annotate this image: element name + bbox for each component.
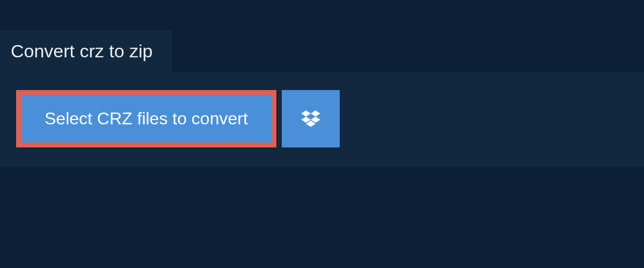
dropbox-button[interactable]: [282, 90, 340, 147]
button-group: Select CRZ files to convert: [16, 90, 340, 147]
select-files-label: Select CRZ files to convert: [45, 109, 248, 129]
select-files-button[interactable]: Select CRZ files to convert: [16, 90, 276, 147]
content-area: Select CRZ files to convert: [0, 72, 644, 167]
tab-convert[interactable]: Convert crz to zip: [0, 30, 172, 72]
top-spacer: [0, 0, 644, 30]
tab-row: Convert crz to zip: [0, 30, 644, 72]
tab-title: Convert crz to zip: [11, 41, 153, 62]
dropbox-icon: [301, 110, 320, 128]
